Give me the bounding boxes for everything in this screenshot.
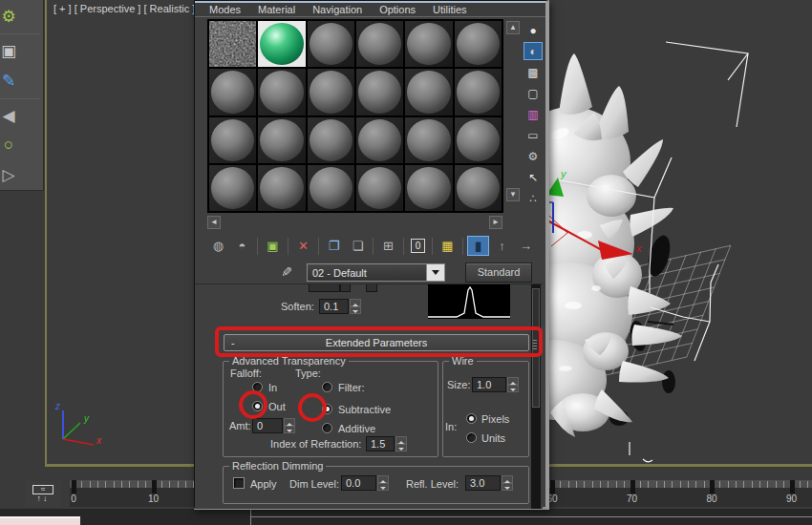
get-material-icon[interactable]: ◍ (207, 236, 229, 256)
material-slot-7[interactable] (209, 69, 256, 115)
parameters-scrollbar[interactable] (531, 284, 541, 509)
play-gear-icon[interactable]: ▷ (0, 161, 23, 189)
put-to-library-icon[interactable]: ⊞ (377, 236, 399, 256)
falloff-out-label[interactable]: Out (268, 401, 286, 412)
dim-level-field[interactable]: 0.0 (341, 475, 376, 491)
video-color-check-icon[interactable]: ▥ (524, 105, 543, 123)
slots-scroll-right-button[interactable]: ► (489, 216, 502, 229)
type-additive-label[interactable]: Additive (338, 423, 375, 434)
reset-map-icon[interactable]: ✕ (292, 236, 314, 256)
viewport-label[interactable]: [ + ] [ Perspective ] [ Realistic ] (53, 3, 195, 14)
material-map-navigator-icon[interactable]: ∴ (524, 189, 543, 207)
material-name-dropdown[interactable]: 02 - Default (307, 263, 445, 282)
wire-pixels-label[interactable]: Pixels (481, 413, 509, 425)
menu-options[interactable]: Options (371, 4, 424, 15)
ior-spinner[interactable] (395, 436, 407, 452)
material-slot-18[interactable] (455, 117, 502, 163)
material-slot-15[interactable] (308, 117, 354, 163)
type-subtractive-label[interactable]: Subtractive (338, 404, 391, 415)
minor-tick (161, 481, 162, 488)
select-by-material-icon[interactable]: ↖ (524, 168, 543, 186)
material-slot-9[interactable] (308, 69, 354, 115)
sample-type-icon[interactable]: ● (524, 21, 543, 39)
refl-level-field[interactable]: 3.0 (465, 475, 501, 491)
soften-value-field[interactable]: 0.1 (319, 299, 349, 314)
soften-spinner[interactable] (350, 299, 361, 314)
material-slot-10[interactable] (356, 69, 403, 115)
material-slot-5[interactable] (405, 21, 452, 67)
backlight-icon[interactable]: ◐ (524, 42, 543, 60)
falloff-in-label[interactable]: In (268, 382, 277, 393)
material-slot-2[interactable] (258, 21, 305, 67)
material-slot-17[interactable] (405, 117, 452, 163)
material-slot-13[interactable] (209, 117, 256, 163)
type-additive-radio[interactable] (322, 423, 332, 433)
reflection-apply-label[interactable]: Apply (250, 478, 277, 490)
material-slot-6[interactable] (455, 21, 502, 67)
maxscript-mini-listener[interactable] (0, 516, 80, 525)
minor-tick (640, 481, 641, 488)
material-type-button[interactable]: Standard (465, 262, 532, 283)
material-slot-20[interactable] (258, 165, 305, 211)
minor-tick (178, 481, 179, 488)
dropdown-arrow-icon[interactable] (426, 264, 444, 281)
make-unique-icon[interactable]: ❏ (347, 236, 369, 256)
show-end-result-icon[interactable]: ▮ (467, 236, 489, 256)
material-slot-21[interactable] (308, 165, 354, 211)
material-slot-19[interactable] (209, 165, 256, 211)
material-slot-8[interactable] (258, 69, 305, 115)
wire-size-field[interactable]: 1.0 (472, 377, 506, 392)
go-forward-to-sibling-icon[interactable]: → (515, 236, 537, 256)
material-slot-23[interactable] (405, 165, 452, 211)
material-slot-3[interactable] (308, 21, 354, 67)
wire-pixels-radio[interactable] (466, 413, 477, 424)
material-slot-22[interactable] (356, 165, 403, 211)
make-material-copy-icon[interactable]: ❐ (323, 236, 345, 256)
material-slot-24[interactable] (455, 165, 502, 211)
pick-material-eyedropper-icon[interactable]: ✎ (277, 262, 296, 282)
wire-units-radio[interactable] (466, 432, 477, 443)
show-shaded-material-icon[interactable]: ▦ (437, 236, 459, 256)
slots-scroll-down-button[interactable]: ▼ (506, 188, 520, 201)
type-label: Type: (295, 368, 321, 379)
menu-navigation[interactable]: Navigation (304, 4, 371, 15)
options-icon[interactable]: ⚙ (524, 147, 543, 165)
ring-gear-icon[interactable]: ○ (0, 132, 23, 159)
amt-spinner[interactable] (284, 418, 295, 433)
material-slot-1[interactable] (209, 21, 256, 67)
material-sphere (407, 167, 450, 209)
material-slot-11[interactable] (405, 69, 452, 115)
background-checker-icon[interactable]: ▩ (524, 63, 543, 81)
sample-uv-tiling-icon[interactable]: ▢ (524, 84, 543, 102)
type-filter-label[interactable]: Filter: (338, 382, 365, 393)
dim-level-spinner[interactable] (377, 475, 389, 491)
material-editor-window[interactable]: ModesMaterialNavigationOptionsUtilities … (194, 0, 549, 510)
open-mini-curve-editor-button[interactable]: ≈ ↑↓ (25, 481, 61, 507)
slots-scroll-up-button[interactable]: ▲ (506, 21, 520, 34)
paint-tool-icon[interactable]: ✎ (0, 67, 23, 94)
type-filter-radio[interactable] (322, 382, 332, 392)
reflection-apply-checkbox[interactable] (233, 477, 245, 489)
major-tick (790, 480, 795, 494)
material-slot-4[interactable] (356, 21, 403, 67)
wire-size-spinner[interactable] (507, 377, 519, 392)
material-slot-14[interactable] (258, 117, 305, 163)
go-to-parent-icon[interactable]: ↑ (491, 236, 513, 256)
ior-value-field[interactable]: 1.5 (366, 436, 395, 452)
put-material-to-scene-icon[interactable]: ◓ (231, 236, 253, 256)
slots-scroll-left-button[interactable]: ◄ (207, 216, 221, 229)
material-slot-16[interactable] (356, 117, 403, 163)
snap-cubes-icon[interactable]: ▣ (0, 37, 23, 65)
menu-utilities[interactable]: Utilities (424, 4, 475, 15)
material-id-channel-icon[interactable]: 0 (411, 239, 425, 253)
menu-material[interactable]: Material (249, 4, 304, 15)
material-slot-12[interactable] (455, 69, 502, 115)
mirror-gear-icon[interactable]: ◀ (0, 102, 23, 130)
amt-value-field[interactable]: 0 (252, 418, 283, 433)
refl-level-spinner[interactable] (502, 475, 513, 491)
wire-units-label[interactable]: Units (481, 432, 505, 444)
menu-modes[interactable]: Modes (201, 4, 249, 15)
assign-material-to-selection-icon[interactable]: ▣ (262, 236, 284, 256)
make-preview-icon[interactable]: ▭ (524, 126, 543, 144)
settings-gear-icon[interactable]: ⚙ (0, 3, 23, 31)
